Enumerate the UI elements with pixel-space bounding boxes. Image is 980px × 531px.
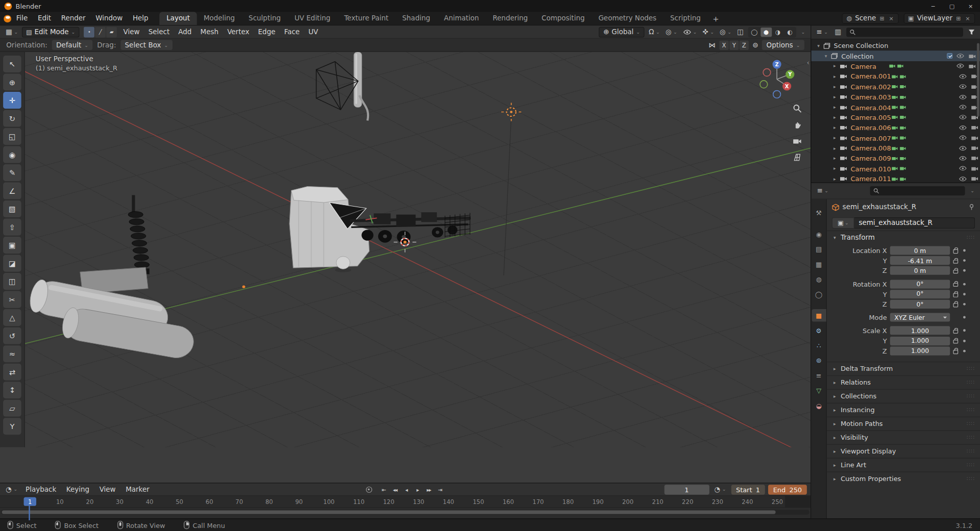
tool-measure[interactable]: ∠ (3, 183, 21, 199)
panel-section[interactable]: ▸ Relations ∷∷ (827, 375, 980, 389)
window-button-minimize[interactable]: ─ (924, 0, 943, 12)
shading-mode-wireframe[interactable]: ◯ (749, 27, 760, 36)
animate-dot-icon[interactable] (963, 303, 966, 306)
timeline-ruler[interactable]: 1102030405060708090100110120130140150160… (0, 496, 811, 508)
object-name-field[interactable]: semi_exhauststack_R (854, 217, 975, 229)
tool-edge-slide[interactable]: ⇄ (3, 364, 21, 381)
expand-icon[interactable]: ▸ (831, 63, 838, 69)
expand-icon[interactable]: ▾ (822, 53, 829, 59)
datablock-browse-button[interactable]: ▣⌄ (832, 217, 854, 229)
ptab-view-layer[interactable]: ▦ (812, 258, 826, 270)
render-visibility-icon[interactable] (970, 124, 978, 131)
outliner-row-camera[interactable]: ▸ Camera.006 (811, 122, 980, 133)
end-frame-field[interactable]: End250 (768, 485, 807, 495)
menu[interactable]: Edit (33, 12, 56, 25)
transport-play[interactable]: ▸ (412, 485, 423, 495)
tool-transform[interactable]: ◉ (3, 146, 21, 163)
mirror-axis[interactable]: Z (740, 40, 749, 49)
orientation-dropdown[interactable]: Default⌄ (52, 40, 92, 50)
viewport-menu[interactable]: View (119, 26, 144, 38)
visibility-dropdown[interactable]: ⌄ (681, 29, 698, 35)
tool-bevel[interactable]: ◪ (3, 255, 21, 272)
shading-mode-rendered[interactable]: ◐ (784, 27, 795, 36)
outliner-row-scene-collection[interactable]: ▾ Scene Collection (811, 41, 980, 51)
pin-icon[interactable] (968, 204, 975, 210)
expand-icon[interactable]: ▸ (831, 156, 838, 161)
hide-eye-icon[interactable] (959, 145, 967, 151)
value-field[interactable]: XYZ Euler (890, 313, 950, 322)
hide-eye-icon[interactable] (959, 125, 967, 131)
outliner-row-camera[interactable]: ▸ Camera.008 (811, 143, 980, 153)
workspace-tab[interactable]: Animation (437, 12, 486, 25)
window-button-maximize[interactable]: ▢ (943, 0, 962, 12)
timeline-menu[interactable]: Keying (61, 484, 94, 495)
panel-section[interactable]: ▸ Custom Properties ∷∷ (827, 471, 980, 485)
lock-icon[interactable] (953, 293, 958, 297)
proportional-edit-toggle[interactable]: ◎⌄ (664, 28, 678, 36)
animate-dot-icon[interactable] (963, 260, 966, 262)
shading-mode-material[interactable]: ◑ (772, 27, 783, 36)
tool-rotate[interactable]: ↻ (3, 110, 21, 127)
hide-eye-icon[interactable] (956, 53, 964, 59)
remove-view-layer-icon[interactable]: × (965, 15, 971, 21)
outliner-editor-type-button[interactable]: ≡⌄ (815, 28, 830, 36)
tool-cursor[interactable]: ⊕ (3, 73, 21, 90)
viewport-menu[interactable]: Edge (254, 26, 280, 38)
render-visibility-icon[interactable] (970, 165, 978, 171)
lock-icon[interactable] (953, 330, 958, 334)
ptab-particles[interactable]: ∴ (812, 339, 826, 351)
value-field[interactable]: 0° (890, 300, 950, 309)
axis-x-negative[interactable] (763, 69, 771, 77)
new-view-layer-icon[interactable]: ⊞ (955, 15, 962, 21)
start-frame-field[interactable]: Start1 (731, 485, 765, 495)
tool-shear[interactable]: ▱ (3, 400, 21, 417)
panel-grip-icon[interactable]: ∷∷ (967, 393, 975, 399)
panel-section[interactable]: ▸ Instancing ∷∷ (827, 403, 980, 417)
menu[interactable]: Render (56, 12, 91, 25)
viewport-menu[interactable]: Add (174, 26, 196, 38)
outliner-row-camera[interactable]: ▸ Camera.011 (811, 174, 980, 183)
outliner-row-camera[interactable]: ▸ Camera.002 (811, 82, 980, 92)
select-mode-edge[interactable]: ╱ (95, 27, 106, 37)
pan-hand-icon[interactable] (792, 119, 802, 130)
value-field[interactable]: 1.000 (890, 337, 950, 345)
navigation-gizmo[interactable]: Z Y X (754, 57, 799, 102)
panel-grip-icon[interactable]: ∷∷ (967, 380, 975, 386)
lock-icon[interactable] (953, 249, 958, 254)
new-scene-icon[interactable]: ⊞ (879, 15, 885, 21)
animate-dot-icon[interactable] (963, 283, 966, 285)
ptab-modifiers[interactable]: ⚙ (812, 324, 826, 337)
playback-sync-dropdown[interactable]: ◔⌄ (713, 485, 728, 493)
hide-eye-icon[interactable] (959, 73, 967, 79)
collection-checkbox[interactable] (947, 53, 952, 59)
window-button-close[interactable]: × (961, 0, 980, 12)
outliner-row-camera[interactable]: ▸ Camera.005 (811, 112, 980, 122)
panel-section[interactable]: ▸ Delta Transform ∷∷ (827, 362, 980, 375)
expand-icon[interactable]: ▸ (831, 125, 838, 131)
value-field[interactable]: 0 m (890, 246, 950, 255)
scene-picker[interactable]: ◍ Scene ⊞ × (842, 13, 899, 24)
render-visibility-icon[interactable] (970, 155, 978, 161)
outliner-search[interactable] (846, 28, 963, 37)
panel-grip-icon[interactable]: ∷∷ (967, 462, 975, 468)
outliner-row-camera[interactable]: ▸ Camera.007 (811, 133, 980, 143)
render-visibility-icon[interactable] (970, 135, 978, 141)
ptab-render[interactable]: ◉ (812, 228, 826, 240)
transform-orientation-dropdown[interactable]: ⊕Global⌄ (599, 27, 645, 37)
playhead[interactable] (29, 505, 30, 520)
ptab-output[interactable]: ▤ (812, 243, 826, 255)
value-field[interactable]: 1.000 (890, 326, 950, 335)
outliner-row-camera[interactable]: ▸ Camera.001 (811, 71, 980, 82)
overlays-toggle[interactable]: ◎⌄ (718, 28, 732, 36)
outliner-row-camera[interactable]: ▸ Camera.010 (811, 163, 980, 173)
tool-spin[interactable]: ↺ (3, 327, 21, 344)
tool-shrink-fatten[interactable]: ↕ (3, 382, 21, 398)
xray-toggle[interactable]: ◫ (736, 28, 745, 36)
panel-section[interactable]: ▸ Visibility ∷∷ (827, 431, 980, 444)
expand-icon[interactable]: ▸ (831, 84, 838, 89)
panel-grip-icon[interactable]: ∷∷ (967, 421, 975, 427)
animate-dot-icon[interactable] (963, 249, 966, 252)
expand-icon[interactable]: ▸ (831, 73, 838, 79)
expand-icon[interactable]: ▸ (831, 166, 838, 171)
tool-inset-faces[interactable]: ▣ (3, 237, 21, 254)
